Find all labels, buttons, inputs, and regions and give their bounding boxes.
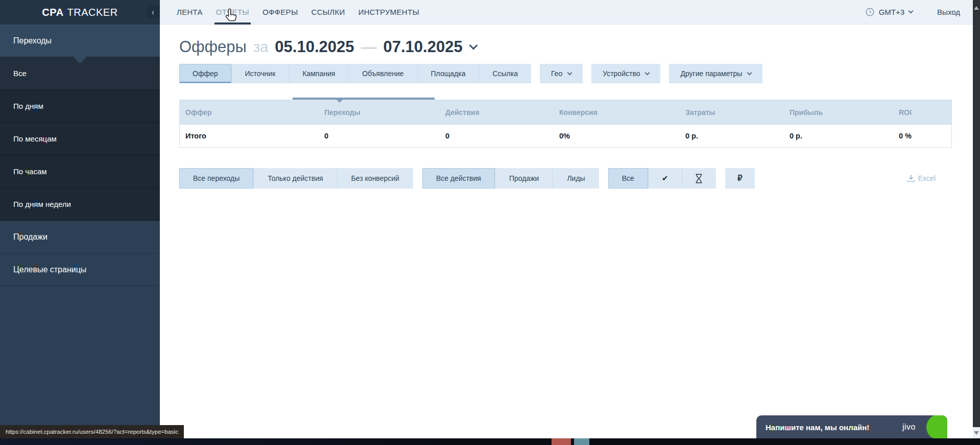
currency-ruble-button[interactable]: ₽ [725,168,755,189]
traffic-filter-group: Все переходы Только действия Без конверс… [179,168,413,189]
totals-label: Итого [180,132,314,140]
filter-buttons-row: Все переходы Только действия Без конверс… [179,168,952,189]
tab-obyavlenie[interactable]: Объявление [349,64,417,83]
table-header-row: Оффер Переходы Действия Конверсия Затрат… [180,100,951,124]
totals-row: Итого 0 0 0% 0 р. 0 р. 0 % [180,124,951,147]
filter-status-pending[interactable] [682,168,716,189]
cursor-hand-icon [224,8,238,26]
sidebar-item-label: По дням недели [13,200,71,208]
sidebar-item-po-dnyam[interactable]: По дням [0,90,160,123]
totals-profit: 0 р. [779,132,889,140]
nav-item-offery[interactable]: ОФФЕРЫ [262,8,298,16]
column-header-perekhody[interactable]: Переходы [314,108,435,116]
chevron-down-icon [747,70,752,75]
column-header-roi[interactable]: ROI [889,108,951,116]
sidebar-item-label: Все [13,69,27,78]
filter-prodazhi[interactable]: Продажи [495,168,553,189]
nav-item-instrumenty[interactable]: ИНСТРУМЕНТЫ [358,8,419,16]
nav-item-ssylki[interactable]: ССЫЛКИ [312,8,345,16]
sidebar-collapse-button[interactable]: ‹ [147,5,159,19]
vertical-scrollbar[interactable] [973,0,980,445]
main-nav: ЛЕНТА ОТЧЕТЫ ОФФЕРЫ ССЫЛКИ ИНСТРУМЕНТЫ [177,8,419,16]
timezone-selector[interactable]: GMT+3 [866,8,913,16]
scroll-up-arrow-icon[interactable] [974,4,979,10]
sidebar-item-label: Переходы [13,36,52,45]
dropdown-ustroystvo[interactable]: Устройство [591,64,660,83]
taskbar-red-fragment [552,438,571,445]
main-content: Офферы за 05.10.2025 — 07.10.2025 Оффер … [160,25,973,445]
sort-indicator [293,98,435,100]
sidebar-item-prodazhi[interactable]: Продажи [0,221,160,253]
sidebar-item-po-chasam[interactable]: По часам [0,155,160,188]
dropdown-geo[interactable]: Гео [540,64,583,83]
jivo-leaf-icon [924,415,947,439]
filter-status-vse[interactable]: Все [608,168,649,189]
chevron-down-icon [909,9,914,14]
dropdown-drugie-parametry[interactable]: Другие параметры [669,64,762,83]
chat-brand: jivo [902,423,916,432]
dimension-tab-group: Оффер Источник Кампания Объявление Площа… [179,64,531,83]
download-icon [907,175,915,182]
logo-rest: TRACKER [67,7,118,18]
hourglass-icon [695,174,703,183]
tab-ploshchadka[interactable]: Площадка [418,64,480,83]
column-header-deystviya[interactable]: Действия [435,108,549,116]
browser-status-url: https://cabinet.cpatracker.ru/users/4825… [0,425,184,438]
date-from[interactable]: 05.10.2025 [275,38,354,56]
filter-status-confirmed[interactable]: ✔ [649,168,682,189]
column-header-konversiya[interactable]: Конверсия [549,108,675,116]
clock-icon [866,8,874,16]
chat-widget[interactable]: Напишите нам, мы онлайн! jivo [756,415,947,439]
totals-actions: 0 [435,132,549,140]
sidebar-item-celevye-stranicy[interactable]: Целевые страницы [0,253,160,286]
app-logo[interactable]: CPA TRACKER [0,0,160,25]
top-navigation-bar: ЛЕНТА ОТЧЕТЫ ОФФЕРЫ ССЫЛКИ ИНСТРУМЕНТЫ G… [160,0,973,25]
report-title: Офферы [179,38,247,56]
chevron-left-icon: ‹ [152,8,154,17]
dimension-tabs-row: Оффер Источник Кампания Объявление Площа… [179,64,952,83]
scrollbar-bottom-button[interactable] [973,427,980,438]
sidebar-item-po-dnyam-nedeli[interactable]: По дням недели [0,188,160,221]
nav-item-lenta[interactable]: ЛЕНТА [177,8,203,16]
chevron-down-icon [567,70,572,75]
status-filter-group: Все ✔ [608,168,716,189]
chevron-down-icon [645,70,650,75]
column-header-pribyl[interactable]: Прибыль [779,108,889,116]
sidebar: CPA TRACKER Переходы Все По дням По меся… [0,0,160,445]
filter-tolko-deystviya[interactable]: Только действия [254,168,337,189]
column-header-offer[interactable]: Оффер [180,108,314,116]
filter-lidy[interactable]: Лиды [553,168,599,189]
sidebar-item-label: По часам [13,167,47,176]
timezone-label: GMT+3 [879,8,904,16]
date-range-chevron-icon[interactable] [469,41,477,50]
actions-filter-group: Все действия Продажи Лиды [422,168,599,189]
taskbar-strip [0,438,980,445]
column-header-zatraty[interactable]: Затраты [675,108,779,116]
sidebar-item-label: По дням [13,102,43,110]
filter-vse-perekhody[interactable]: Все переходы [179,168,254,189]
report-heading: Офферы за 05.10.2025 — 07.10.2025 [179,38,952,56]
scroll-down-arrow-icon [974,431,979,437]
tab-ssylka[interactable]: Ссылка [479,64,531,83]
totals-conversion: 0% [549,132,675,140]
filter-vse-deystviya[interactable]: Все действия [422,168,495,189]
export-excel-link[interactable]: Excel [907,174,936,182]
date-to[interactable]: 07.10.2025 [383,38,462,56]
tab-kampaniya[interactable]: Кампания [289,64,349,83]
tab-offer[interactable]: Оффер [179,64,232,83]
sidebar-item-po-mesyacam[interactable]: По месяцам [0,123,160,155]
filter-bez-konversiy[interactable]: Без конверсий [338,168,413,189]
date-range-dash: — [361,38,376,56]
report-table: Оффер Переходы Действия Конверсия Затрат… [179,100,952,148]
totals-costs: 0 р. [675,132,779,140]
tab-istochnik[interactable]: Источник [232,64,290,83]
sidebar-item-label: Целевые страницы [13,265,86,274]
taskbar-teal-fragment [574,438,589,445]
logout-link[interactable]: Выход [937,8,960,16]
sidebar-item-label: Продажи [13,232,47,242]
logo-bold: CPA [42,7,63,18]
sidebar-item-label: По месяцам [13,134,57,143]
report-preposition: за [253,39,268,56]
totals-roi: 0 % [889,132,951,140]
ruble-icon: ₽ [737,174,743,183]
